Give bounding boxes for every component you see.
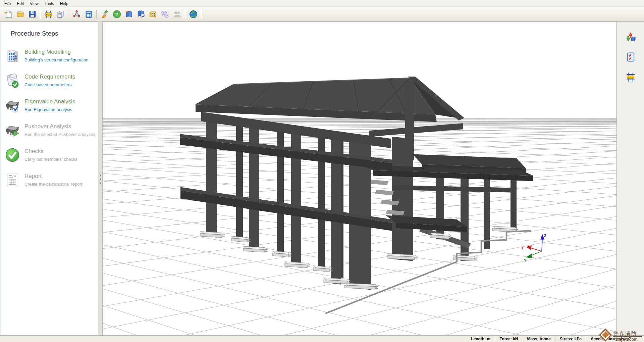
status-bar: Length: mForce: kNMass: tonneStress: kPa…	[0, 335, 644, 342]
storey-slab-icon[interactable]	[625, 71, 636, 83]
step-title: Code Requirements	[24, 74, 75, 80]
open-project-icon[interactable]	[14, 9, 26, 20]
step-title: Report	[24, 173, 82, 180]
content-area: Procedure Steps Building ModellingBuildi…	[0, 21, 644, 335]
toolbar-separator	[40, 10, 41, 19]
pushover-icon	[5, 123, 20, 138]
menu-tools[interactable]: Tools	[42, 1, 57, 7]
step-subtitle: Code-based parameters	[24, 82, 75, 88]
status-field-length: Length: m	[467, 337, 495, 341]
application-window: FileEditViewToolsHelp ? Procedure Steps …	[0, 0, 644, 342]
model-viewer-icon[interactable]	[71, 9, 82, 20]
model-viewport[interactable]: ZXY	[103, 21, 616, 335]
svg-text:X: X	[521, 246, 524, 250]
step-title: Pushover Analysis	[24, 123, 95, 130]
splitter-grip-icon	[100, 173, 101, 185]
model-3d-scene: ZXY	[103, 22, 616, 335]
manual-book-icon[interactable]	[135, 9, 147, 20]
help-icon[interactable]: ?	[111, 9, 122, 20]
search-folder-icon[interactable]	[147, 9, 159, 20]
website-icon[interactable]	[187, 9, 199, 20]
svg-text:?: ?	[115, 12, 118, 17]
calculator-icon[interactable]	[83, 9, 94, 20]
sidebar-splitter[interactable]	[98, 21, 103, 335]
svg-text:Y: Y	[524, 258, 527, 262]
procedure-steps-panel: Procedure Steps Building ModellingBuildi…	[0, 21, 98, 335]
checks-icon	[5, 147, 20, 163]
menu-help[interactable]: Help	[57, 1, 71, 7]
toolbar-separator	[68, 10, 69, 19]
step-title: Eigenvalue Analysis	[24, 98, 75, 105]
format-brush-icon[interactable]	[99, 9, 110, 20]
toolbar-separator	[201, 10, 202, 19]
procedure-step-building-modelling[interactable]: Building ModellingBuilding's structural …	[0, 43, 98, 68]
status-field-stress: Stress: kPa	[555, 337, 586, 341]
procedure-step-pushover-analysis[interactable]: Pushover AnalysisRun the selected Pushov…	[0, 118, 98, 143]
print-report-icon[interactable]	[55, 9, 66, 20]
support-icon	[171, 9, 183, 20]
step-subtitle: Building's structural configuration	[24, 57, 88, 63]
procedure-step-checks[interactable]: ChecksCarry out members' checks	[0, 143, 98, 167]
step-title: Building Modelling	[24, 49, 88, 55]
status-field-mass: Mass: tonne	[523, 337, 555, 341]
menu-bar: FileEditViewToolsHelp	[0, 0, 644, 7]
step-subtitle: Carry out members' checks	[24, 157, 77, 162]
save-project-icon[interactable]	[26, 9, 38, 20]
code-requirements-icon	[5, 73, 20, 88]
procedure-steps-title: Procedure Steps	[0, 22, 98, 37]
building-icon	[5, 48, 20, 63]
procedure-steps-list: Building ModellingBuilding's structural …	[0, 43, 98, 192]
step-subtitle: Run Eigenvalue analysis	[24, 107, 75, 112]
procedure-step-report[interactable]: ReportCreate the calculations' report	[0, 167, 98, 192]
step-subtitle: Run the selected Pushover analyses	[24, 132, 95, 137]
status-field-acceleration: Acceleration: m/sec2	[586, 337, 635, 341]
new-project-icon[interactable]	[2, 9, 14, 20]
step-subtitle: Create the calculations' report	[24, 182, 82, 187]
report-icon	[5, 172, 20, 188]
active-checks-icon[interactable]	[625, 51, 636, 63]
forum-icon[interactable]	[159, 9, 171, 20]
procedure-step-code-requirements[interactable]: Code RequirementsCode-based parameters	[0, 68, 98, 93]
main-toolbar: ?	[0, 7, 644, 21]
menu-file[interactable]: File	[1, 1, 14, 7]
menu-view[interactable]: View	[27, 1, 42, 7]
tutorial-book-icon[interactable]	[123, 9, 135, 20]
status-field-force: Force: kN	[495, 337, 522, 341]
refresh-model-icon[interactable]	[625, 31, 636, 43]
procedure-step-eigenvalue-analysis[interactable]: Eigenvalue AnalysisRun Eigenvalue analys…	[0, 93, 98, 118]
svg-text:Z: Z	[544, 234, 546, 238]
menu-edit[interactable]: Edit	[14, 1, 27, 7]
step-title: Checks	[24, 148, 77, 155]
eigenvalue-icon	[5, 98, 20, 113]
view-toolbar	[616, 21, 644, 335]
toolbar-separator	[96, 10, 97, 19]
toolbar-separator	[185, 10, 185, 19]
storey-levels-icon[interactable]	[43, 9, 54, 20]
